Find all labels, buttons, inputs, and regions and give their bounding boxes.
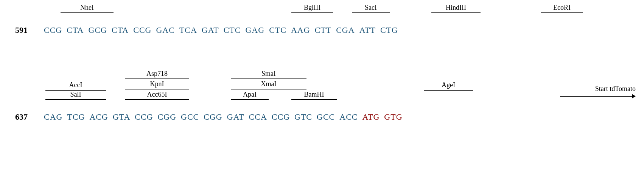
codon-1-1: CCG	[44, 25, 62, 35]
sali-annotation: SalI	[45, 91, 106, 100]
acc65i-label: Acc65I	[125, 91, 189, 99]
codon-2-10: CCA	[249, 112, 267, 122]
codon-1-11: CTC	[269, 25, 286, 35]
agei-annotation: AgeI	[424, 81, 473, 91]
pos-label-1: 591	[15, 25, 38, 35]
codon-2-9: GAT	[227, 112, 244, 122]
codon-2-2: TCG	[67, 112, 85, 122]
codon-2-14: ACC	[339, 112, 358, 122]
bgliii-line	[291, 12, 333, 13]
codon-2-7: GCC	[181, 112, 199, 122]
bgliii-annotation: BglIII	[291, 4, 333, 13]
start-tdtomato-annotation: Start tdTomato	[560, 85, 636, 99]
acci-annotation: AccI	[45, 81, 106, 91]
saci-line	[352, 12, 390, 13]
acc65i-line	[125, 99, 189, 100]
ecori-label: EcoRI	[541, 4, 583, 12]
xmai-annotation: XmaI	[231, 80, 306, 89]
codon-2-3: ACG	[89, 112, 108, 122]
asp718-line	[125, 79, 189, 79]
sali-line	[45, 99, 106, 100]
smai-annotation: SmaI	[231, 70, 306, 79]
codon-1-2: CTA	[67, 25, 84, 35]
bgliii-label: BglIII	[291, 4, 333, 12]
agei-line	[424, 90, 473, 91]
codon-1-15: ATT	[359, 25, 376, 35]
arrow-head	[632, 94, 636, 99]
codon-1-12: AAG	[291, 25, 310, 35]
acci-label: AccI	[45, 81, 106, 89]
bamhi-annotation: BamHI	[291, 91, 337, 100]
sequence-container: NheI BglIII XhoI SacI HindIII EcoRI	[0, 0, 644, 194]
hindiii-line	[431, 12, 481, 13]
ecori-annotation: EcoRI	[541, 4, 583, 13]
codon-1-10: GAG	[245, 25, 264, 35]
smai-line	[231, 79, 306, 79]
codon-2-12: GTC	[294, 112, 312, 122]
codon-2-5: CCG	[135, 112, 153, 122]
codon-2-6: CGG	[158, 112, 176, 122]
codon-1-13: CTT	[315, 25, 332, 35]
pos-label-2: 637	[15, 112, 38, 122]
saci-label: SacI	[352, 4, 390, 12]
codon-2-15: ATG	[362, 112, 380, 122]
apai-label: ApaI	[231, 91, 269, 99]
xmai-label: XmaI	[231, 80, 306, 88]
kpni-line	[125, 89, 189, 89]
apai-line	[231, 99, 269, 100]
asp718-annotation: Asp718	[125, 70, 189, 79]
asp718-label: Asp718	[125, 70, 189, 78]
apai-annotation: ApaI	[231, 91, 269, 100]
seq-line-1: 591 CCG CTA GCG CTA CCG GAC TCA GAT CTC …	[15, 23, 636, 38]
agei-label: AgeI	[424, 81, 473, 89]
nhei-line	[61, 12, 114, 13]
start-arrow	[560, 94, 636, 99]
hindiii-annotation: HindIII	[431, 4, 481, 13]
bamhi-line	[291, 99, 337, 100]
nhei-annotation: NheI	[61, 4, 114, 13]
codon-2-1: CAG	[44, 112, 62, 122]
codon-1-7: TCA	[179, 25, 197, 35]
codon-2-11: CCG	[272, 112, 290, 122]
seq-line-2: 637 CAG TCG ACG GTA CCG CGG GCC CGG GAT …	[15, 109, 636, 125]
hindiii-label: HindIII	[431, 4, 481, 12]
codon-1-14: CGA	[336, 25, 355, 35]
codon-1-16: CTG	[380, 25, 398, 35]
sali-label: SalI	[45, 91, 106, 99]
codon-2-8: CGG	[204, 112, 222, 122]
codon-1-6: GAC	[156, 25, 174, 35]
nhei-label: NheI	[61, 4, 114, 12]
codon-1-8: GAT	[202, 25, 219, 35]
row1: NheI BglIII XhoI SacI HindIII EcoRI	[15, 23, 636, 38]
codon-1-3: GCG	[89, 25, 107, 35]
codon-1-5: CCG	[133, 25, 151, 35]
bamhi-label: BamHI	[291, 91, 337, 99]
ecori-line	[541, 12, 583, 13]
codon-1-9: CTC	[224, 25, 241, 35]
kpni-label: KpnI	[125, 80, 189, 88]
row2: AccI SalI Asp718 KpnI Acc65I SmaI	[15, 109, 636, 125]
smai-label: SmaI	[231, 70, 306, 78]
codon-2-4: GTA	[113, 112, 130, 122]
xmai-line	[231, 89, 306, 89]
codon-2-13: GCC	[317, 112, 335, 122]
start-tdtomato-label: Start tdTomato	[560, 85, 636, 93]
codon-1-4: CTA	[112, 25, 129, 35]
arrow-line	[560, 96, 632, 97]
saci-annotation: SacI	[352, 4, 390, 13]
kpni-annotation: KpnI	[125, 80, 189, 89]
acc65i-annotation: Acc65I	[125, 91, 189, 100]
codon-2-16: GTG	[384, 112, 402, 122]
